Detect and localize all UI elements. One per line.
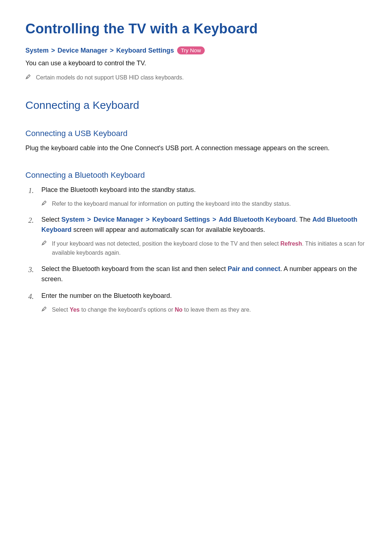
pencil-icon xyxy=(41,306,47,312)
usb-body: Plug the keyboard cable into the One Con… xyxy=(25,143,367,153)
step-1: Place the Bluetooth keyboard into the st… xyxy=(25,185,367,209)
note: Select Yes to change the keyboard's opti… xyxy=(41,305,367,315)
keyword-no: No xyxy=(175,307,182,313)
note-part-b: to leave them as they are. xyxy=(183,307,251,313)
step-1-text: Place the Bluetooth keyboard into the st… xyxy=(41,186,196,193)
breadcrumb-separator: > xyxy=(109,47,115,54)
keyword-yes: Yes xyxy=(70,307,80,313)
subsection-heading-bt: Connecting a Bluetooth Keyboard xyxy=(25,171,367,180)
step-3: Select the Bluetooth keyboard from the s… xyxy=(25,264,367,284)
subsection-heading-usb: Connecting a USB Keyboard xyxy=(25,129,367,138)
breadcrumb-item[interactable]: System xyxy=(25,47,49,54)
section-heading: Connecting a Keyboard xyxy=(25,99,367,111)
intro-text: You can use a keyboard to control the TV… xyxy=(25,58,367,68)
breadcrumb-separator: > xyxy=(145,216,151,223)
step-4: Enter the number on the Bluetooth keyboa… xyxy=(25,291,367,315)
bt-steps: Place the Bluetooth keyboard into the st… xyxy=(25,185,367,315)
breadcrumb-item[interactable]: Keyboard Settings xyxy=(116,47,174,54)
breadcrumb-separator: > xyxy=(50,47,56,54)
pencil-icon xyxy=(41,240,47,246)
keyword-refresh: Refresh xyxy=(280,241,302,247)
note: If your keyboard was not detected, posit… xyxy=(41,239,367,258)
step-2-tail: screen will appear and automatically sca… xyxy=(72,226,265,233)
menu-path-item: Device Manager xyxy=(94,216,143,223)
document-page: Controlling the TV with a Keyboard Syste… xyxy=(0,0,392,335)
step-3-a: Select the Bluetooth keyboard from the s… xyxy=(41,265,228,272)
note-part-a: If your keyboard was not detected, posit… xyxy=(52,241,280,247)
menu-path-item: Keyboard Settings xyxy=(152,216,210,223)
note-text: Refer to the keyboard manual for informa… xyxy=(52,200,291,209)
menu-path-item: System xyxy=(61,216,85,223)
keyword-pair: Pair and connect xyxy=(228,265,280,272)
note: Certain models do not support USB HID cl… xyxy=(25,73,367,82)
breadcrumb-separator: > xyxy=(86,216,92,223)
note-part-a: Select xyxy=(52,307,70,313)
page-title: Controlling the TV with a Keyboard xyxy=(25,21,367,37)
pencil-icon xyxy=(25,74,31,79)
note-text: If your keyboard was not detected, posit… xyxy=(52,239,367,258)
step-2: Select System > Device Manager > Keyboar… xyxy=(25,215,367,257)
step-4-text: Enter the number on the Bluetooth keyboa… xyxy=(41,292,172,299)
note: Refer to the keyboard manual for informa… xyxy=(41,200,367,209)
note-part-mid: to change the keyboard's options or xyxy=(80,307,175,313)
breadcrumb-item[interactable]: Device Manager xyxy=(58,47,107,54)
step-2-lead: Select xyxy=(41,216,61,223)
try-now-button[interactable]: Try Now xyxy=(177,46,204,54)
step-2-after: . The xyxy=(296,216,313,223)
note-text: Select Yes to change the keyboard's opti… xyxy=(52,305,251,315)
breadcrumb-separator: > xyxy=(212,216,217,223)
menu-path-item: Add Bluetooth Keyboard xyxy=(219,216,296,223)
note-text: Certain models do not support USB HID cl… xyxy=(36,73,184,82)
pencil-icon xyxy=(41,200,47,206)
breadcrumb: System > Device Manager > Keyboard Setti… xyxy=(25,47,367,55)
